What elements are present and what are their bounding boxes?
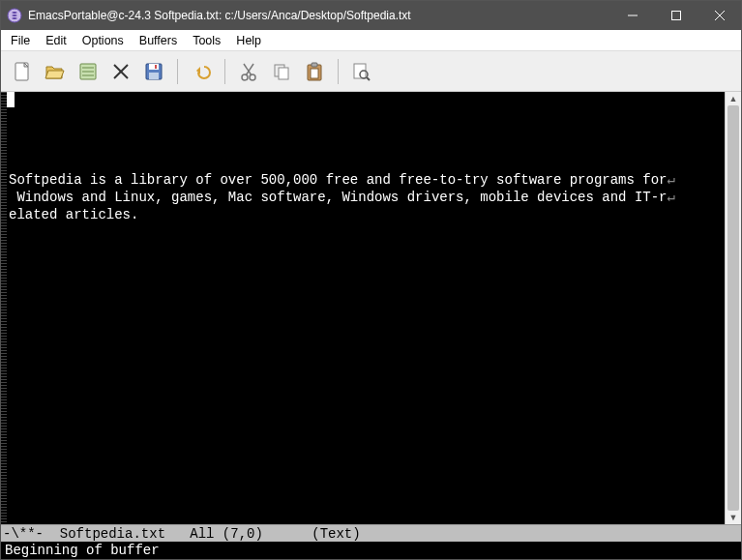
new-file-button[interactable] (7, 56, 38, 87)
window-title: EmacsPortable@c-24.3 Softpedia.txt: c:/U… (28, 9, 411, 22)
menu-edit[interactable]: Edit (38, 32, 74, 49)
svg-rect-25 (312, 63, 317, 67)
open-file-icon (45, 61, 66, 82)
text-cursor (7, 92, 15, 107)
menubar: File Edit Options Buffers Tools Help (1, 30, 741, 51)
svg-rect-2 (671, 12, 680, 20)
titlebar: EmacsPortable@c-24.3 Softpedia.txt: c:/U… (1, 1, 741, 30)
scrollbar-thumb[interactable] (727, 105, 739, 511)
vertical-scrollbar[interactable]: ▲ ▼ (725, 92, 741, 524)
svg-rect-23 (279, 68, 288, 79)
copy-button[interactable] (266, 56, 297, 87)
close-button[interactable] (697, 1, 741, 30)
close-icon (110, 61, 132, 82)
kill-buffer-button[interactable] (105, 56, 136, 87)
open-file-button[interactable] (40, 56, 71, 87)
svg-rect-26 (311, 69, 318, 78)
app-icon (7, 8, 22, 23)
menu-file[interactable]: File (5, 32, 38, 49)
dired-icon (77, 61, 99, 82)
scroll-up-arrow[interactable]: ▲ (726, 92, 741, 105)
save-icon (143, 61, 164, 82)
text-editor[interactable]: Softpedia is a library of over 500,000 f… (7, 92, 725, 524)
cut-button[interactable] (233, 56, 264, 87)
paste-icon (304, 61, 325, 82)
buffer-text: Softpedia is a library of over 500,000 f… (9, 171, 723, 223)
echo-area: Beginning of buffer (1, 542, 741, 559)
menu-help[interactable]: Help (228, 32, 269, 49)
client-area: Softpedia is a library of over 500,000 f… (1, 92, 741, 559)
svg-rect-14 (149, 64, 159, 70)
svg-rect-16 (155, 65, 157, 69)
minimize-button[interactable] (610, 1, 654, 30)
scroll-down-arrow[interactable]: ▼ (726, 511, 741, 524)
mode-line[interactable]: -\**- Softpedia.txt All (7,0) (Text) (1, 524, 741, 542)
menu-tools[interactable]: Tools (185, 32, 228, 49)
toolbar-separator (224, 59, 225, 84)
menu-options[interactable]: Options (74, 32, 132, 49)
dired-button[interactable] (73, 56, 104, 87)
maximize-button[interactable] (654, 1, 697, 30)
search-button[interactable] (346, 56, 377, 87)
toolbar-separator (338, 59, 339, 84)
svg-point-20 (242, 74, 248, 80)
undo-icon (191, 61, 212, 82)
cut-icon (238, 61, 259, 82)
toolbar (1, 51, 741, 92)
svg-rect-15 (149, 73, 159, 79)
menu-buffers[interactable]: Buffers (132, 32, 185, 49)
paste-button[interactable] (299, 56, 330, 87)
undo-button[interactable] (186, 56, 217, 87)
svg-line-29 (367, 77, 370, 80)
new-file-icon (12, 61, 33, 82)
copy-icon (271, 61, 292, 82)
toolbar-separator (177, 59, 178, 84)
search-icon (351, 61, 372, 82)
svg-point-21 (250, 74, 255, 80)
save-button[interactable] (138, 56, 169, 87)
